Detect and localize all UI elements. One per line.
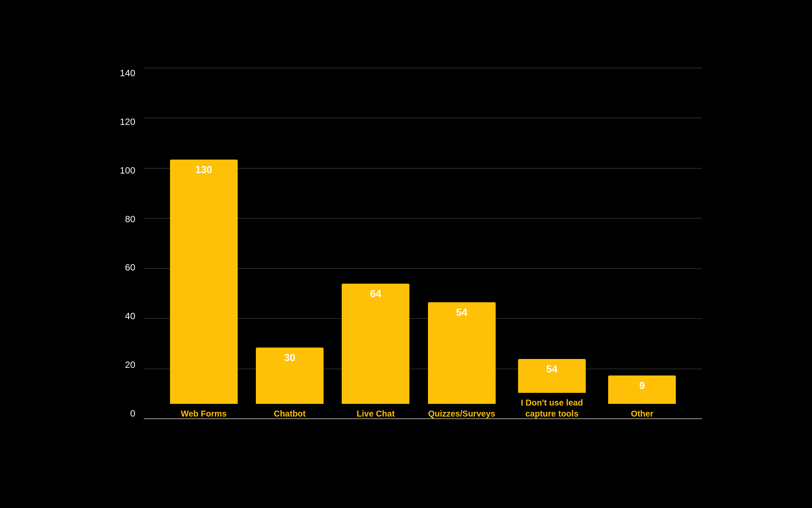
bar-label-webforms: Web Forms [181,408,227,419]
bar-label-livechat: Live Chat [357,408,395,419]
y-label-60: 60 [125,262,135,273]
bars-section: 130 Web Forms 30 Chatbot [144,64,702,444]
bar-value-livechat: 64 [370,288,381,300]
bar-wrapper-nolead: 54 [518,359,586,393]
bar-livechat: 64 [342,284,409,404]
bar-wrapper-livechat: 64 [342,284,409,404]
y-label-0: 0 [130,408,135,419]
bar-chart: 140 120 100 80 60 40 20 0 [110,64,702,444]
bar-value-nolead: 54 [546,363,558,375]
y-label-80: 80 [125,214,135,225]
bar-webforms: 130 [170,160,238,404]
y-label-40: 40 [125,311,135,322]
bar-label-other: Other [631,408,653,419]
bar-wrapper-other: 9 [608,375,676,404]
bar-value-other: 9 [639,380,645,392]
bar-group-livechat: 64 Live Chat [342,284,409,419]
y-label-20: 20 [125,359,135,370]
bar-nolead: 54 [518,359,586,393]
bar-wrapper-chatbot: 30 [256,348,324,404]
bar-value-chatbot: 30 [284,352,296,364]
y-label-100: 100 [120,165,135,176]
y-axis: 140 120 100 80 60 40 20 0 [110,64,144,444]
bar-quizzes: 54 [428,302,496,404]
bar-wrapper-webforms: 130 [170,160,238,404]
bar-label-nolead: I Don't use lead capture tools [514,397,590,419]
y-label-120: 120 [120,116,135,127]
bar-label-chatbot: Chatbot [274,408,306,419]
bar-wrapper-quizzes: 54 [428,302,496,404]
bar-chatbot: 30 [256,348,324,404]
chart-area: 140 120 100 80 60 40 20 0 [110,64,702,444]
bar-group-chatbot: 30 Chatbot [256,348,324,419]
y-label-140: 140 [120,68,135,79]
bar-value-quizzes: 54 [456,306,467,318]
bar-other: 9 [608,375,676,404]
bar-group-other: 9 Other [608,375,676,419]
bars-wrapper: 130 Web Forms 30 Chatbot [144,68,702,419]
bar-label-quizzes: Quizzes/Surveys [428,408,495,419]
bar-group-nolead: 54 I Don't use lead capture tools [514,359,590,419]
bar-group-webforms: 130 Web Forms [170,160,238,419]
bar-group-quizzes: 54 Quizzes/Surveys [428,302,496,419]
bar-value-webforms: 130 [195,164,212,176]
